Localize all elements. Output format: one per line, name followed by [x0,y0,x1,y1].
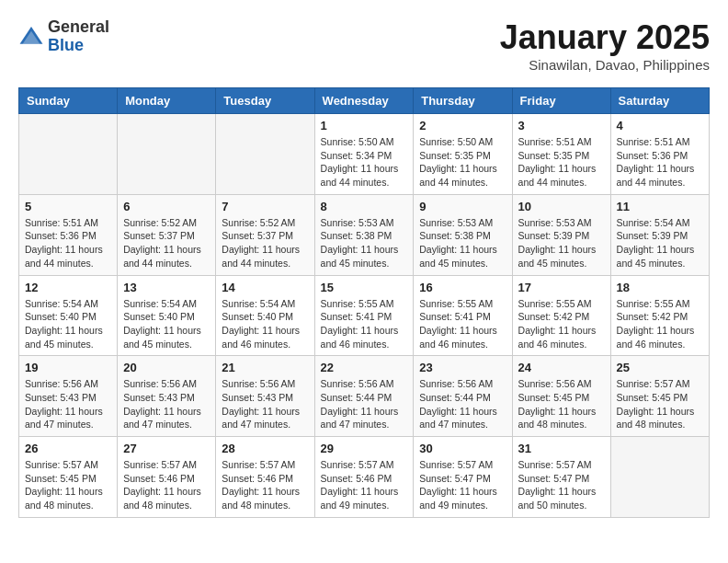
logo-blue: Blue [48,36,84,54]
calendar-cell: 1Sunrise: 5:50 AMSunset: 5:34 PMDaylight… [314,114,414,195]
day-info: Sunrise: 5:51 AMSunset: 5:36 PMDaylight:… [25,216,111,270]
day-info: Sunrise: 5:52 AMSunset: 5:37 PMDaylight:… [222,216,308,270]
day-info: Sunrise: 5:51 AMSunset: 5:36 PMDaylight:… [617,135,703,190]
calendar-cell: 14Sunrise: 5:54 AMSunset: 5:40 PMDayligh… [216,275,314,356]
day-number: 20 [123,361,210,374]
day-number: 25 [617,361,703,374]
day-number: 13 [123,281,210,294]
logo-text: General Blue [48,18,109,55]
logo-icon [18,24,44,50]
week-row-5: 26Sunrise: 5:57 AMSunset: 5:45 PMDayligh… [19,437,710,518]
weekday-header-row: SundayMondayTuesdayWednesdayThursdayFrid… [19,88,710,114]
week-row-1: 1Sunrise: 5:50 AMSunset: 5:34 PMDaylight… [19,114,710,195]
day-info: Sunrise: 5:55 AMSunset: 5:41 PMDaylight:… [419,297,506,351]
calendar-cell [216,114,314,195]
calendar-cell: 26Sunrise: 5:57 AMSunset: 5:45 PMDayligh… [19,437,118,518]
week-row-2: 5Sunrise: 5:51 AMSunset: 5:36 PMDaylight… [19,194,710,275]
calendar-cell: 17Sunrise: 5:55 AMSunset: 5:42 PMDayligh… [512,275,610,356]
day-number: 18 [617,281,703,294]
calendar-cell: 4Sunrise: 5:51 AMSunset: 5:36 PMDaylight… [610,114,709,195]
day-number: 28 [222,442,308,455]
weekday-header-sunday: Sunday [19,88,118,114]
title-block: January 2025 Sinawilan, Davao, Philippin… [500,18,710,73]
day-number: 23 [419,361,506,374]
calendar-cell: 3Sunrise: 5:51 AMSunset: 5:35 PMDaylight… [512,114,610,195]
day-number: 1 [321,119,408,132]
day-info: Sunrise: 5:55 AMSunset: 5:42 PMDaylight:… [617,297,703,351]
day-info: Sunrise: 5:57 AMSunset: 5:46 PMDaylight:… [222,458,308,512]
calendar-cell [19,114,118,195]
calendar-cell: 11Sunrise: 5:54 AMSunset: 5:39 PMDayligh… [610,194,709,275]
calendar-cell: 31Sunrise: 5:57 AMSunset: 5:47 PMDayligh… [512,437,610,518]
day-info: Sunrise: 5:54 AMSunset: 5:39 PMDaylight:… [617,216,703,270]
day-number: 11 [617,200,703,213]
calendar-cell: 10Sunrise: 5:53 AMSunset: 5:39 PMDayligh… [512,194,610,275]
calendar-cell: 25Sunrise: 5:57 AMSunset: 5:45 PMDayligh… [610,356,709,437]
calendar-cell: 19Sunrise: 5:56 AMSunset: 5:43 PMDayligh… [19,356,118,437]
day-info: Sunrise: 5:57 AMSunset: 5:47 PMDaylight:… [518,458,605,512]
calendar-cell: 22Sunrise: 5:56 AMSunset: 5:44 PMDayligh… [314,356,414,437]
day-info: Sunrise: 5:54 AMSunset: 5:40 PMDaylight:… [222,297,308,351]
day-info: Sunrise: 5:55 AMSunset: 5:42 PMDaylight:… [518,297,605,351]
day-number: 21 [222,361,308,374]
day-info: Sunrise: 5:54 AMSunset: 5:40 PMDaylight:… [123,297,210,351]
calendar-cell: 21Sunrise: 5:56 AMSunset: 5:43 PMDayligh… [216,356,314,437]
day-number: 6 [123,200,210,213]
day-number: 22 [321,361,408,374]
day-number: 16 [419,281,506,294]
month-title: January 2025 [500,18,710,57]
day-info: Sunrise: 5:50 AMSunset: 5:34 PMDaylight:… [321,135,408,190]
calendar-cell: 18Sunrise: 5:55 AMSunset: 5:42 PMDayligh… [610,275,709,356]
day-number: 4 [617,119,703,132]
day-number: 5 [25,200,111,213]
day-number: 8 [321,200,408,213]
day-number: 27 [123,442,210,455]
calendar-cell: 7Sunrise: 5:52 AMSunset: 5:37 PMDaylight… [216,194,314,275]
day-info: Sunrise: 5:53 AMSunset: 5:39 PMDaylight:… [518,216,605,270]
calendar-cell: 15Sunrise: 5:55 AMSunset: 5:41 PMDayligh… [314,275,414,356]
calendar-cell: 13Sunrise: 5:54 AMSunset: 5:40 PMDayligh… [118,275,216,356]
day-info: Sunrise: 5:50 AMSunset: 5:35 PMDaylight:… [419,135,506,190]
calendar-cell: 6Sunrise: 5:52 AMSunset: 5:37 PMDaylight… [118,194,216,275]
day-number: 24 [518,361,605,374]
day-info: Sunrise: 5:57 AMSunset: 5:45 PMDaylight:… [617,377,703,431]
day-number: 7 [222,200,308,213]
day-info: Sunrise: 5:57 AMSunset: 5:45 PMDaylight:… [25,458,111,512]
day-info: Sunrise: 5:56 AMSunset: 5:44 PMDaylight:… [321,377,408,431]
calendar-cell: 5Sunrise: 5:51 AMSunset: 5:36 PMDaylight… [19,194,118,275]
calendar-cell: 29Sunrise: 5:57 AMSunset: 5:46 PMDayligh… [314,437,414,518]
calendar-cell: 12Sunrise: 5:54 AMSunset: 5:40 PMDayligh… [19,275,118,356]
day-info: Sunrise: 5:53 AMSunset: 5:38 PMDaylight:… [321,216,408,270]
day-number: 29 [321,442,408,455]
day-info: Sunrise: 5:54 AMSunset: 5:40 PMDaylight:… [25,297,111,351]
day-info: Sunrise: 5:56 AMSunset: 5:43 PMDaylight:… [123,377,210,431]
day-info: Sunrise: 5:53 AMSunset: 5:38 PMDaylight:… [419,216,506,270]
calendar-cell: 9Sunrise: 5:53 AMSunset: 5:38 PMDaylight… [414,194,512,275]
day-info: Sunrise: 5:56 AMSunset: 5:43 PMDaylight:… [222,377,308,431]
weekday-header-monday: Monday [118,88,216,114]
logo: General Blue [18,18,109,55]
location: Sinawilan, Davao, Philippines [500,57,710,73]
calendar-cell: 24Sunrise: 5:56 AMSunset: 5:45 PMDayligh… [512,356,610,437]
day-number: 30 [419,442,506,455]
calendar-cell: 16Sunrise: 5:55 AMSunset: 5:41 PMDayligh… [414,275,512,356]
weekday-header-wednesday: Wednesday [314,88,414,114]
day-info: Sunrise: 5:56 AMSunset: 5:44 PMDaylight:… [419,377,506,431]
calendar-cell: 20Sunrise: 5:56 AMSunset: 5:43 PMDayligh… [118,356,216,437]
day-number: 12 [25,281,111,294]
calendar-cell: 30Sunrise: 5:57 AMSunset: 5:47 PMDayligh… [414,437,512,518]
day-number: 3 [518,119,605,132]
day-info: Sunrise: 5:52 AMSunset: 5:37 PMDaylight:… [123,216,210,270]
day-number: 19 [25,361,111,374]
week-row-3: 12Sunrise: 5:54 AMSunset: 5:40 PMDayligh… [19,275,710,356]
calendar-cell: 23Sunrise: 5:56 AMSunset: 5:44 PMDayligh… [414,356,512,437]
day-number: 2 [419,119,506,132]
calendar-cell: 27Sunrise: 5:57 AMSunset: 5:46 PMDayligh… [118,437,216,518]
week-row-4: 19Sunrise: 5:56 AMSunset: 5:43 PMDayligh… [19,356,710,437]
day-info: Sunrise: 5:57 AMSunset: 5:47 PMDaylight:… [419,458,506,512]
day-number: 15 [321,281,408,294]
calendar-cell [118,114,216,195]
day-info: Sunrise: 5:56 AMSunset: 5:45 PMDaylight:… [518,377,605,431]
logo-general: General [48,17,109,36]
calendar-cell: 28Sunrise: 5:57 AMSunset: 5:46 PMDayligh… [216,437,314,518]
